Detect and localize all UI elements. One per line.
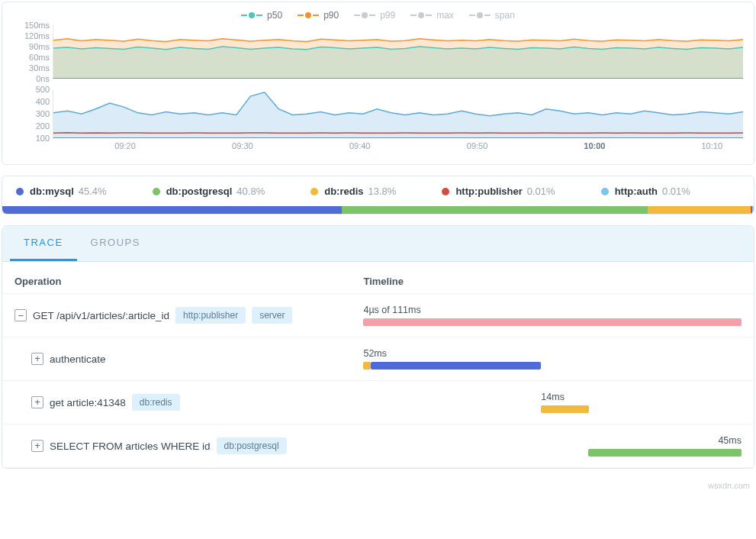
y-tick: 300 [13,109,50,118]
y-tick: 90ms [13,42,50,51]
y-tick: 0ns [13,74,50,83]
breakdown-name: http:publisher [455,186,522,197]
span-name: get article:41348 [50,397,126,408]
breakdown-value: 40.8% [236,186,265,197]
timeline-bar [541,405,588,413]
timeline-bar [371,362,541,370]
throughput-chart: 500400300200100 09:2009:3009:4009:5010:0… [13,89,743,157]
x-tick: 09:40 [349,141,371,150]
span-tag[interactable]: db:redis [132,394,180,411]
legend-item-p50[interactable]: p50 [241,10,282,21]
span-tag[interactable]: db:postgresql [217,437,287,454]
y-tick: 120ms [13,31,50,40]
breakdown-segment-db-redis [648,206,751,214]
trace-card: TRACE GROUPS Operation Timeline −GET /ap… [2,225,754,469]
breakdown-dot [442,188,449,195]
breakdown-item-http-publisher[interactable]: http:publisher0.01% [442,186,555,197]
timeline-track [363,318,742,326]
y-tick: 100 [13,134,50,143]
breakdown-name: db:redis [324,186,363,197]
legend-item-span[interactable]: span [469,10,515,21]
y-tick: 30ms [13,63,50,73]
timeline-track [363,405,742,413]
timeline-bar [363,318,742,326]
timeline-label: 45ms [363,435,742,446]
y-tick: 60ms [13,53,50,62]
breakdown-dot [16,188,24,195]
expand-icon[interactable]: + [31,396,43,408]
breakdown-value: 0.01% [662,186,690,197]
breakdown-name: http:auth [615,186,658,197]
span-row-auth[interactable]: +authenticate52ms [2,337,754,381]
span-timeline: 52ms [363,348,742,370]
breakdown-segment-db-mysql [2,206,342,214]
breakdown-name: db:mysql [30,186,74,197]
trace-table-header: Operation Timeline [2,262,754,294]
breakdown-bar [2,206,754,214]
expand-icon[interactable]: + [31,353,43,365]
tab-trace[interactable]: TRACE [10,226,77,261]
x-tick: 09:20 [114,141,136,150]
span-name: SELECT FROM articles WHERE id [50,441,211,452]
timeline-track [363,449,742,457]
span-name: authenticate [50,353,106,365]
breakdown-dot [310,188,318,195]
breakdown-value: 45.4% [79,186,107,197]
latency-charts-card: p50p90p99maxspan 150ms120ms90ms60ms30ms0… [2,2,754,165]
breakdown-segment-http-auth [752,206,754,214]
expand-icon[interactable]: + [31,440,43,452]
x-tick: 10:00 [584,141,605,150]
throughput-chart-svg [53,89,743,138]
y-tick: 500 [13,85,50,94]
breakdown-dot [153,188,160,195]
breakdown-item-db-redis[interactable]: db:redis13.8% [310,186,396,197]
span-tag[interactable]: server [252,307,292,324]
breakdown-item-db-postgresql[interactable]: db:postgresql40.8% [153,186,265,197]
timeline-label: 14ms [541,392,742,402]
breakdown-legend: db:mysql45.4%db:postgresql40.8%db:redis1… [16,186,740,202]
span-row-root[interactable]: −GET /api/v1/articles/:article_idhttp:pu… [2,294,754,337]
x-tick: 10:10 [702,141,723,150]
timeline-label: 4µs of 111ms [363,305,742,315]
x-tick: 09:50 [467,141,488,150]
timeline-label: 52ms [363,348,742,359]
service-breakdown-card: db:mysql45.4%db:postgresql40.8%db:redis1… [2,176,754,215]
timeline-bar [588,449,742,457]
y-tick: 400 [13,97,50,106]
breakdown-value: 13.8% [368,186,397,197]
tabs: TRACE GROUPS [2,226,754,262]
breakdown-item-http-auth[interactable]: http:auth0.01% [601,186,690,197]
column-header-operation: Operation [14,276,363,287]
column-header-timeline: Timeline [363,276,742,287]
span-row-pg[interactable]: +SELECT FROM articles WHERE iddb:postgre… [2,424,754,468]
y-tick: 150ms [13,21,50,30]
span-tag[interactable]: http:publisher [175,307,246,324]
y-tick: 200 [13,121,50,131]
breakdown-value: 0.01% [527,186,555,197]
span-timeline: 45ms [363,435,742,457]
span-row-redis[interactable]: +get article:41348db:redis14ms [2,381,754,424]
span-operation: +SELECT FROM articles WHERE iddb:postgre… [14,437,363,454]
breakdown-dot [601,188,609,195]
watermark: wsxdn.com [2,479,754,490]
span-timeline: 14ms [363,392,742,413]
timeline-bar [363,362,371,370]
legend-item-max[interactable]: max [410,10,454,21]
latency-chart-svg [53,25,743,79]
breakdown-segment-db-postgresql [342,206,647,214]
span-operation: +get article:41348db:redis [14,394,363,411]
span-timeline: 4µs of 111ms [363,305,742,326]
breakdown-name: db:postgresql [166,186,233,197]
timeline-track [363,362,742,370]
chart-legend: p50p90p99maxspan [13,10,743,21]
collapse-icon[interactable]: − [14,309,27,321]
legend-item-p90[interactable]: p90 [298,10,339,21]
span-name: GET /api/v1/articles/:article_id [33,310,169,321]
tab-groups[interactable]: GROUPS [77,226,154,261]
legend-item-p99[interactable]: p99 [354,10,395,21]
latency-chart: 150ms120ms90ms60ms30ms0ns [13,25,743,79]
breakdown-item-db-mysql[interactable]: db:mysql45.4% [16,186,107,197]
span-operation: +authenticate [14,353,363,365]
x-tick: 09:30 [232,141,253,150]
span-operation: −GET /api/v1/articles/:article_idhttp:pu… [14,307,363,324]
